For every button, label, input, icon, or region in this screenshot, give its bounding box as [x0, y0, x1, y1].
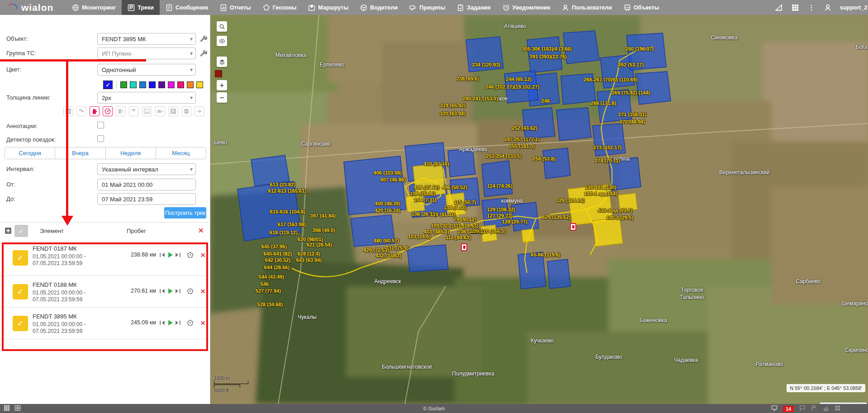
object-select[interactable]: FENDT 3895 МК▾ [97, 33, 196, 45]
clear-all-icon[interactable]: ✕ [198, 227, 204, 235]
nav-item-units[interactable]: Объекты [618, 0, 665, 15]
add-icon[interactable] [5, 227, 12, 234]
wrench-icon[interactable] [199, 35, 207, 43]
color-swatch[interactable] [120, 81, 127, 88]
period-tab-1[interactable]: Сегодня [5, 147, 55, 159]
chart-icon[interactable] [823, 405, 829, 413]
trip-detector-checkbox[interactable] [97, 135, 104, 142]
show-log-tooltip[interactable]: Показать журнал [820, 402, 867, 404]
color-swatch[interactable] [177, 81, 184, 88]
flags-icon[interactable] [76, 106, 86, 116]
nav-item-geofences[interactable]: Геозоны [257, 0, 303, 15]
nav-item-reports[interactable]: Отчеты [214, 0, 257, 15]
track-label: 252 (43.62) [512, 125, 537, 131]
place-name: Баженовка [639, 317, 667, 323]
notifications-badge[interactable]: 14 [783, 406, 794, 412]
map-visibility-button[interactable] [217, 36, 227, 46]
fast-forward-icon[interactable] [175, 319, 181, 326]
wrench-icon[interactable] [199, 49, 207, 57]
play-icon[interactable] [167, 288, 174, 294]
zoom-out-button[interactable]: − [217, 92, 227, 103]
monitor-icon[interactable] [771, 405, 778, 413]
flag-icon[interactable] [811, 405, 817, 413]
nav-item-drivers[interactable]: Водители [354, 0, 403, 15]
map-search-button[interactable] [217, 21, 227, 32]
color-swatch[interactable] [139, 81, 146, 88]
rewind-icon[interactable] [159, 319, 166, 326]
parking-icon[interactable]: P [168, 106, 178, 116]
color-swatch[interactable] [187, 81, 194, 88]
delete-track-icon[interactable]: ✕ [199, 252, 206, 258]
zoom-in-button[interactable]: + [217, 80, 227, 90]
color-swatch[interactable] [130, 81, 137, 88]
nav-item-globe[interactable]: Мониторинг [66, 0, 122, 15]
from-input[interactable]: 01 Май 2021 00:00 [97, 179, 196, 190]
map-layers-button[interactable] [217, 57, 227, 67]
arrow-icon[interactable] [194, 106, 204, 116]
track-checkbox[interactable]: ✓ [13, 316, 28, 331]
rewind-icon[interactable] [159, 288, 166, 294]
video-icon[interactable] [155, 106, 165, 116]
track-label: 248 [541, 98, 550, 104]
color-label: Цвет: [6, 66, 21, 73]
group-select[interactable]: ИП Пупкин▾ [97, 47, 196, 59]
rewind-icon[interactable] [159, 252, 166, 258]
nav-item-messages[interactable]: Сообщения [160, 0, 214, 15]
flag-icon[interactable] [129, 106, 139, 116]
kebab-menu-icon[interactable]: ⋮ [807, 4, 816, 12]
user-icon[interactable] [824, 4, 832, 12]
nav-item-jobs[interactable]: Задания [451, 0, 496, 15]
track-shape-icon[interactable] [187, 319, 194, 326]
track-shape-icon[interactable] [187, 288, 194, 294]
nav-item-trailers[interactable]: Прицепы [403, 0, 451, 15]
period-tab-2[interactable]: Вчера [55, 147, 105, 159]
color-swatch[interactable] [168, 81, 175, 88]
marker-3-icon[interactable]: 3 [63, 106, 73, 116]
track-row[interactable]: ✓FENDT 0188 МК01.05.2021 00:00:00 - 07.0… [0, 276, 210, 308]
fuel-station-icon[interactable] [116, 106, 126, 116]
nav-item-users[interactable]: Пользователи [556, 0, 618, 15]
annotations-checkbox[interactable] [97, 122, 104, 128]
track-shape-icon[interactable] [187, 252, 194, 258]
to-input[interactable]: 07 Май 2021 23:59 [97, 193, 196, 205]
nav-item-tracks[interactable]: Треки [122, 0, 160, 15]
color-swatch[interactable] [158, 81, 165, 88]
track-row[interactable]: ✓FENDT 3895 МК01.05.2021 00:00:00 - 07.0… [0, 308, 210, 339]
period-tab-4[interactable]: Месяц [156, 147, 206, 159]
color-swatch[interactable] [196, 81, 203, 88]
event-marker-icon[interactable] [461, 243, 467, 251]
minimap-toggle[interactable] [215, 70, 222, 77]
track-label: 400 (48.39) [375, 201, 400, 206]
stop-icon[interactable]: STOP [181, 106, 191, 116]
map-area[interactable]: АтяшевоСиняковкаБогаМихайловкаЕрпелевоше… [210, 15, 868, 404]
fast-forward-icon[interactable] [175, 252, 181, 258]
build-track-button[interactable]: Построить трек [164, 207, 206, 218]
period-tab-3[interactable]: Неделя [106, 147, 156, 159]
color-select[interactable]: Однотонный▾ [97, 64, 196, 76]
interval-select[interactable]: Указанный интервал▾ [97, 163, 196, 175]
grid-icon[interactable] [835, 405, 841, 413]
fast-forward-icon[interactable] [175, 288, 181, 294]
measure-icon[interactable] [775, 4, 783, 12]
wialon-logo[interactable]: wialon [0, 0, 66, 15]
play-icon[interactable] [167, 252, 174, 258]
gauge-icon[interactable] [103, 106, 113, 116]
select-all-checkbox[interactable]: ✓ [14, 225, 28, 237]
nav-item-notifications[interactable]: Уведомления [497, 0, 556, 15]
fuel-icon[interactable] [90, 106, 100, 116]
photo-icon[interactable] [142, 106, 152, 116]
event-marker-icon[interactable] [570, 223, 576, 231]
username[interactable]: support_2 [840, 5, 868, 11]
thickness-select[interactable]: 2px▾ [97, 92, 196, 104]
delete-track-icon[interactable]: ✕ [199, 288, 206, 294]
color-swatch[interactable] [149, 81, 156, 88]
track-row[interactable]: ✓FENDT 0187 МК01.05.2021 00:00:00 - 07.0… [0, 240, 210, 276]
delete-track-icon[interactable]: ✕ [199, 319, 206, 326]
chat-icon[interactable] [799, 405, 806, 413]
track-checkbox[interactable]: ✓ [13, 284, 28, 299]
track-checkbox[interactable]: ✓ [13, 250, 28, 266]
play-icon[interactable] [167, 319, 174, 326]
color-swatch-selected[interactable]: ✓ [103, 81, 113, 89]
nav-item-routes[interactable]: Маршруты [302, 0, 354, 15]
apps-grid-icon[interactable] [791, 4, 799, 12]
